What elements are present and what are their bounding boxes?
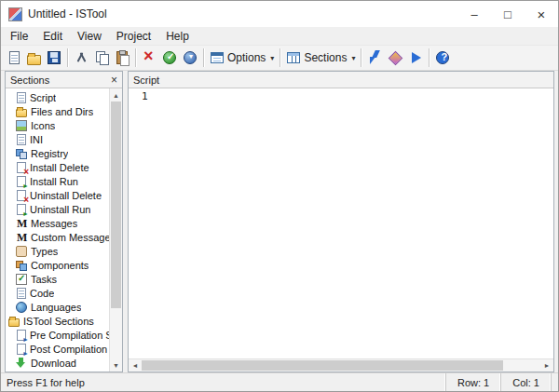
sidebar-item-custom-message[interactable]: Custom Message [6, 230, 109, 244]
scroll-down-button[interactable]: ▼ [110, 358, 122, 372]
sidebar-item-label: Install Run [30, 176, 78, 187]
scroll-up-icon: ▲ [113, 92, 119, 99]
sidebar-item-label: Uninstall Delete [30, 190, 102, 201]
sidebar-item-languages[interactable]: Languages [6, 300, 109, 314]
wizard-button[interactable] [385, 47, 405, 69]
tasks-icon [16, 274, 27, 285]
editor-horizontal-scrollbar[interactable]: ◄ ► [129, 358, 553, 372]
ini-icon [17, 134, 26, 145]
components-icon [16, 260, 27, 271]
scroll-left-button[interactable]: ◄ [129, 359, 142, 372]
sections-tree: ScriptFiles and DirsIconsINIRegistryInst… [6, 88, 109, 372]
messages-icon [16, 218, 27, 229]
sidebar-item-post-compilation[interactable]: Post Compilation [6, 342, 109, 356]
open-button[interactable] [24, 47, 44, 69]
help-button[interactable] [432, 47, 453, 69]
uninstall-run-icon [17, 204, 26, 215]
sections-panel-close-button[interactable]: × [111, 74, 117, 86]
registry-icon [16, 148, 27, 159]
sidebar-item-uninstall-delete[interactable]: Uninstall Delete [6, 188, 109, 202]
compile-button[interactable] [364, 47, 385, 69]
minimize-icon: – [470, 7, 477, 21]
sidebar-item-registry[interactable]: Registry [6, 146, 109, 160]
vertical-scrollbar-thumb[interactable] [111, 101, 121, 308]
delete-button[interactable] [139, 47, 159, 69]
check-button[interactable] [159, 47, 180, 69]
new-file-icon [9, 51, 20, 64]
options-button[interactable]: Options▾ [207, 47, 277, 69]
code-icon [17, 288, 26, 299]
sidebar-item-messages[interactable]: Messages [6, 216, 109, 230]
toolbar: Options▾Sections▾ [1, 46, 558, 71]
go-button[interactable] [180, 47, 200, 69]
sections-panel-body: ScriptFiles and DirsIconsINIRegistryInst… [6, 88, 122, 372]
sidebar-item-ini[interactable]: INI [6, 132, 109, 146]
sidebar-item-icons[interactable]: Icons [6, 118, 109, 132]
files-icon [16, 109, 27, 117]
sidebar-item-types[interactable]: Types [6, 244, 109, 258]
sidebar-item-label: Types [31, 246, 58, 257]
dropdown-caret-icon[interactable]: ▾ [270, 54, 274, 62]
wizard-icon [388, 50, 402, 65]
sidebar-item-install-run[interactable]: Install Run [6, 174, 109, 188]
maximize-button[interactable]: □ [491, 1, 525, 27]
horizontal-scrollbar-track[interactable] [503, 359, 540, 372]
sidebar-item-label: Uninstall Run [30, 204, 90, 215]
sidebar-item-uninstall-run[interactable]: Uninstall Run [6, 202, 109, 216]
pre-compile-icon [17, 330, 26, 341]
close-button[interactable]: × [525, 1, 558, 27]
sidebar-item-script[interactable]: Script [6, 90, 109, 104]
open-folder-icon [27, 55, 41, 65]
maximize-icon: □ [504, 7, 511, 21]
sidebar-item-components[interactable]: Components [6, 258, 109, 272]
sidebar-item-download[interactable]: Download [6, 356, 109, 370]
menu-file[interactable]: File [3, 27, 35, 45]
sidebar-item-label: INI [30, 134, 43, 145]
sidebar-item-label: Icons [31, 120, 55, 131]
minimize-button[interactable]: – [457, 1, 491, 27]
script-editor-panel: Script 1 ◄ ► [128, 71, 554, 372]
sidebar-item-code[interactable]: Code [6, 286, 109, 300]
menu-help[interactable]: Help [158, 27, 197, 45]
toolbar-separator [280, 48, 280, 67]
dropdown-caret-icon[interactable]: ▾ [351, 54, 355, 62]
cut-button[interactable] [71, 47, 91, 69]
sidebar-item-label: Components [31, 260, 89, 271]
paste-icon [116, 51, 128, 64]
run-button[interactable] [405, 47, 426, 69]
script-editor[interactable]: 1 [129, 88, 553, 358]
script-icon [17, 92, 26, 103]
menubar: FileEditViewProjectHelp [1, 27, 558, 46]
sidebar-item-tasks[interactable]: Tasks [6, 272, 109, 286]
menu-edit[interactable]: Edit [35, 27, 70, 45]
paste-button[interactable] [112, 47, 132, 69]
sections-button[interactable]: Sections▾ [283, 47, 358, 69]
menu-project[interactable]: Project [109, 27, 158, 45]
statusbar: Press F1 for help Row: 1 Col: 1 [1, 372, 558, 391]
sidebar-item-label: Download [31, 358, 76, 369]
horizontal-scrollbar-thumb[interactable] [142, 360, 503, 371]
new-button[interactable] [5, 47, 24, 69]
sections-panel-header: Sections × [6, 72, 122, 88]
install-run-icon [17, 176, 26, 187]
sidebar-item-pre-compilation-s[interactable]: Pre Compilation S [6, 328, 109, 342]
scroll-up-button[interactable]: ▲ [110, 88, 122, 101]
sidebar-vertical-scrollbar[interactable]: ▲ ▼ [109, 88, 122, 372]
sidebar-item-files-and-dirs[interactable]: Files and Dirs [6, 104, 109, 118]
editor-header: Script [129, 72, 553, 88]
sidebar-item-istool-sections[interactable]: ISTool Sections [6, 314, 109, 328]
vertical-scrollbar-track[interactable] [110, 308, 122, 358]
post-compile-icon [17, 344, 26, 355]
sections-panel-title: Sections [10, 74, 49, 86]
scissors-icon [74, 50, 89, 65]
options-button-label: Options [227, 51, 266, 64]
save-button[interactable] [44, 47, 64, 69]
menu-view[interactable]: View [70, 27, 109, 45]
window-controls: – □ × [457, 1, 558, 27]
toolbar-separator [361, 48, 361, 67]
sidebar-item-label: Install Delete [30, 162, 89, 173]
sidebar-item-label: Languages [31, 302, 81, 313]
copy-button[interactable] [91, 47, 112, 69]
scroll-right-button[interactable]: ► [540, 359, 553, 372]
sidebar-item-install-delete[interactable]: Install Delete [6, 160, 109, 174]
